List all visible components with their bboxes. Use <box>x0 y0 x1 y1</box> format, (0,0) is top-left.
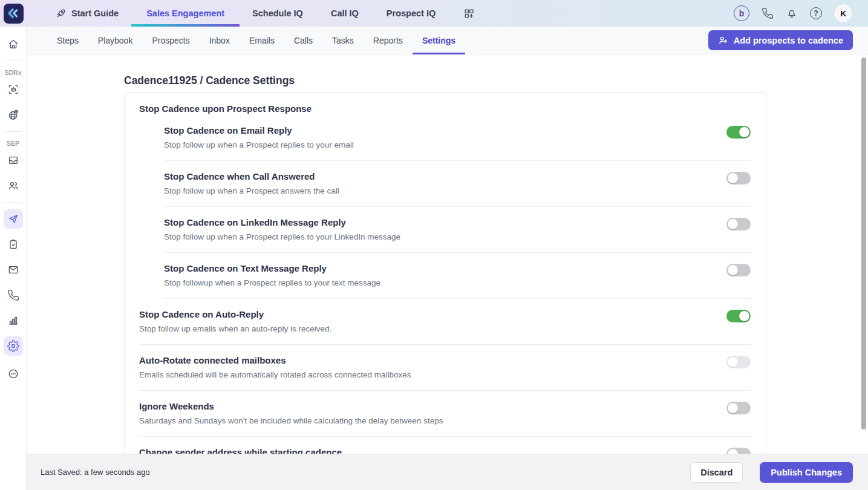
klenty-logo-icon <box>4 4 24 24</box>
tab-settings[interactable]: Settings <box>413 27 465 54</box>
sidebar-group-sdrx: SDRx <box>4 69 21 76</box>
last-saved-status: Last Saved: a few seconds ago <box>41 468 150 477</box>
sidebar-item-prospects[interactable] <box>4 176 23 195</box>
clipboard-check-icon <box>7 238 19 250</box>
save-footer: Last Saved: a few seconds ago Discard Pu… <box>27 454 868 490</box>
setting-row-call-answered: Stop Cadence when Call Answered Stop fol… <box>125 161 766 207</box>
apps-launcher-button[interactable] <box>449 0 489 27</box>
tab-emails[interactable]: Emails <box>240 27 284 54</box>
app-logo[interactable] <box>0 0 27 27</box>
envelope-icon <box>7 264 19 276</box>
sidebar-divider <box>4 202 22 203</box>
toggle-ignore-weekends[interactable] <box>726 402 751 414</box>
person-plus-icon <box>718 35 728 45</box>
tab-prospects[interactable]: Prospects <box>142 27 199 54</box>
user-avatar[interactable]: K <box>834 4 852 22</box>
tab-steps[interactable]: Steps <box>47 27 88 54</box>
sidebar-item-cadences[interactable] <box>4 209 23 229</box>
sidebar-item-tasks[interactable] <box>4 235 23 254</box>
nav-label: Start Guide <box>71 8 119 18</box>
rocket-icon <box>55 8 67 19</box>
setting-description: Stop follow up when a Prospect replies t… <box>164 232 400 242</box>
sdrx-globe-icon <box>7 109 19 121</box>
setting-title: Ignore Weekends <box>139 401 443 412</box>
toggle-linkedin-reply[interactable] <box>726 218 751 230</box>
toggle-call-answered[interactable] <box>726 172 751 185</box>
scrollbar-thumb[interactable] <box>861 57 866 430</box>
tab-playbook[interactable]: Playbook <box>88 27 143 54</box>
toggle-auto-reply[interactable] <box>726 310 751 322</box>
toggle-sender-address[interactable] <box>726 448 751 454</box>
tab-tasks[interactable]: Tasks <box>322 27 364 54</box>
apps-grid-icon <box>463 8 475 19</box>
toggle-knob <box>739 311 749 321</box>
toggle-knob <box>739 127 749 137</box>
section-title: Stop Cadence upon Prospect Response <box>125 93 766 115</box>
inbox-icon <box>7 154 19 166</box>
nav-label: Call IQ <box>331 8 359 18</box>
setting-title: Stop Cadence when Call Answered <box>164 171 339 182</box>
sidebar-item-emails[interactable] <box>4 260 23 279</box>
sidebar-item-feedback[interactable] <box>4 364 23 384</box>
setting-title: Stop Cadence on LinkedIn Message Reply <box>164 217 400 228</box>
setting-description: Stop follow up emails when an auto-reply… <box>139 324 331 334</box>
setting-description: Stop follow up when a Prospect replies t… <box>164 140 354 150</box>
setting-description: Saturdays and Sundays won't be included … <box>139 416 443 426</box>
add-prospects-button[interactable]: Add prospects to cadence <box>708 30 853 50</box>
left-sidebar: SDRx SEP <box>0 27 27 490</box>
setting-title: Auto-Rotate connected mailboxes <box>139 355 411 366</box>
footer-actions: Discard Publish Changes <box>690 462 853 483</box>
sidebar-divider <box>4 60 22 61</box>
dialer-phone-icon[interactable] <box>762 7 774 19</box>
setting-row-auto-rotate: Auto-Rotate connected mailboxes Emails s… <box>125 345 766 391</box>
setting-description: Emails scheduled will be automatically r… <box>139 370 411 380</box>
toggle-knob <box>728 173 738 183</box>
setting-row-auto-reply: Stop Cadence on Auto-Reply Stop follow u… <box>125 299 766 345</box>
sidebar-item-sdrx-web[interactable] <box>4 105 23 125</box>
nav-prospect-iq[interactable]: Prospect IQ <box>373 0 449 27</box>
sidebar-item-home[interactable] <box>4 34 23 54</box>
sidebar-divider <box>4 131 22 132</box>
notifications-bell-icon[interactable] <box>786 7 798 19</box>
nav-schedule-iq[interactable]: Schedule IQ <box>238 0 317 27</box>
toggle-text-reply[interactable] <box>726 264 751 276</box>
help-icon[interactable]: ? <box>810 7 822 19</box>
setting-row-ignore-weekends: Ignore Weekends Saturdays and Sundays wo… <box>125 391 766 437</box>
nav-label: Schedule IQ <box>252 8 303 18</box>
sidebar-item-calls[interactable] <box>4 286 23 305</box>
sdrx-agent-icon <box>7 83 19 96</box>
nav-sales-engagement[interactable]: Sales Engagement <box>132 0 238 27</box>
toggle-knob <box>728 265 738 275</box>
sidebar-item-inbox[interactable] <box>4 151 23 170</box>
toggle-knob <box>728 219 738 229</box>
setting-row-text-reply: Stop Cadence on Text Message Reply Stop … <box>125 253 766 299</box>
bar-chart-icon <box>7 315 19 327</box>
cadence-tabbar: Steps Playbook Prospects Inbox Emails Ca… <box>27 27 868 54</box>
page-title: Cadence11925 / Cadence Settings <box>124 74 868 87</box>
beta-b-icon[interactable]: b <box>734 5 749 21</box>
setting-title: Stop Cadence on Auto-Reply <box>139 309 331 320</box>
sidebar-item-settings[interactable] <box>4 336 23 356</box>
sidebar-item-sdrx-agent[interactable] <box>4 80 23 99</box>
toggle-knob <box>728 403 738 413</box>
discard-button[interactable]: Discard <box>690 462 743 483</box>
toggle-knob <box>728 449 738 454</box>
setting-description: Stop follow up when a Prospect answers t… <box>164 186 339 196</box>
toggle-knob <box>728 357 738 367</box>
toggle-email-reply[interactable] <box>726 126 751 139</box>
phone-icon <box>7 289 19 301</box>
tab-reports[interactable]: Reports <box>364 27 413 54</box>
sidebar-item-reports[interactable] <box>4 311 23 330</box>
home-icon <box>7 38 19 50</box>
settings-content: Cadence11925 / Cadence Settings Stop Cad… <box>27 54 868 454</box>
nav-label: Sales Engagement <box>146 8 224 18</box>
tab-inbox[interactable]: Inbox <box>200 27 240 54</box>
toggle-auto-rotate[interactable] <box>726 356 751 368</box>
feedback-smiley-icon <box>7 368 19 380</box>
people-icon <box>7 180 19 192</box>
publish-changes-button[interactable]: Publish Changes <box>760 462 853 483</box>
nav-call-iq[interactable]: Call IQ <box>317 0 373 27</box>
nav-label: Prospect IQ <box>387 8 436 18</box>
tab-calls[interactable]: Calls <box>284 27 322 54</box>
nav-start-guide[interactable]: Start Guide <box>41 0 132 27</box>
